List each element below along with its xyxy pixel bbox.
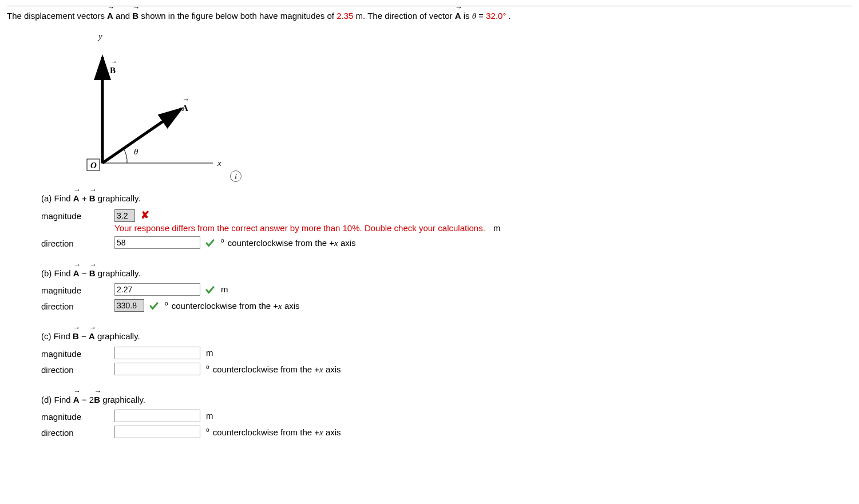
magnitude-label: magnitude — [41, 209, 114, 223]
origin-label: O — [90, 159, 97, 172]
b-vector-label: →B — [110, 64, 116, 77]
part-c: (c) Find →B − →A graphically. magnitude … — [41, 330, 852, 378]
vector-A: →A — [73, 267, 80, 280]
vector-A: →A — [73, 394, 80, 407]
svg-line-2 — [102, 109, 181, 163]
vector-A: →A — [73, 192, 80, 205]
theta-label: θ — [134, 145, 138, 158]
part-b-prompt: (b) Find →A − →B graphically. — [41, 267, 852, 280]
unit-direction: o counterclockwise from the +x axis — [221, 236, 356, 250]
unit-direction: o counterclockwise from the +x axis — [206, 426, 341, 439]
correct-icon — [205, 283, 215, 293]
unit-m: m — [221, 283, 228, 296]
text: The displacement vectors — [7, 11, 107, 21]
text: m. The direction of vector — [356, 11, 455, 21]
vector-B: →B — [73, 330, 79, 343]
part-c-direction-input[interactable] — [114, 363, 200, 375]
vector-B: →B — [132, 10, 138, 23]
correct-icon — [149, 299, 159, 309]
text: shown in the figure below both have magn… — [141, 11, 337, 21]
vector-A: →A — [107, 10, 113, 23]
a-vector-label: →A — [182, 102, 188, 115]
y-axis-label: y — [98, 30, 102, 43]
unit-m: m — [206, 410, 213, 423]
incorrect-icon: ✘ — [141, 209, 149, 221]
part-a: (a) Find →A + →B graphically. magnitude … — [41, 192, 852, 251]
unit-direction: o counterclockwise from the +x axis — [165, 299, 300, 313]
text: and — [116, 11, 132, 21]
part-d: (d) Find →A − 2→B graphically. magnitude… — [41, 394, 852, 441]
x-axis-label: x — [217, 157, 221, 170]
unit-m: m — [206, 347, 213, 360]
magnitude-label: magnitude — [41, 283, 114, 297]
magnitude-label: magnitude — [41, 410, 114, 424]
theta-value: 32.0° — [486, 11, 506, 21]
part-b-magnitude-input[interactable] — [114, 283, 200, 296]
part-b: (b) Find →A − →B graphically. magnitude … — [41, 267, 852, 315]
text: = — [478, 11, 486, 21]
vector-diagram — [70, 29, 242, 177]
theta-symbol: θ — [472, 11, 476, 21]
part-d-prompt: (d) Find →A − 2→B graphically. — [41, 394, 852, 407]
text: . — [509, 11, 511, 21]
vector-A: →A — [89, 330, 95, 343]
direction-label: direction — [41, 299, 114, 313]
direction-label: direction — [41, 236, 114, 251]
vector-A: →A — [455, 10, 461, 23]
problem-statement: The displacement vectors →A and →B shown… — [7, 10, 852, 23]
vector-B: →B — [94, 394, 100, 407]
part-d-magnitude-input[interactable] — [114, 410, 200, 422]
feedback-message: Your response differs from the correct a… — [114, 223, 485, 233]
unit-m: m — [493, 223, 501, 233]
vector-B: →B — [89, 192, 96, 205]
text: is — [464, 11, 472, 21]
part-b-direction-input[interactable] — [114, 299, 144, 312]
part-d-direction-input[interactable] — [114, 426, 200, 438]
part-a-direction-input[interactable] — [114, 236, 200, 249]
magnitude-value: 2.35 — [337, 11, 353, 21]
part-c-magnitude-input[interactable] — [114, 347, 200, 359]
info-icon[interactable]: i — [230, 170, 242, 182]
part-c-prompt: (c) Find →B − →A graphically. — [41, 330, 852, 343]
unit-direction: o counterclockwise from the +x axis — [206, 363, 341, 376]
direction-label: direction — [41, 426, 114, 440]
part-a-magnitude-input[interactable] — [114, 209, 135, 222]
correct-icon — [205, 236, 215, 247]
direction-label: direction — [41, 363, 114, 377]
magnitude-label: magnitude — [41, 347, 114, 361]
part-a-prompt: (a) Find →A + →B graphically. — [41, 192, 852, 205]
figure: y x O θ →B →A i — [70, 29, 852, 181]
vector-B: →B — [89, 267, 96, 280]
